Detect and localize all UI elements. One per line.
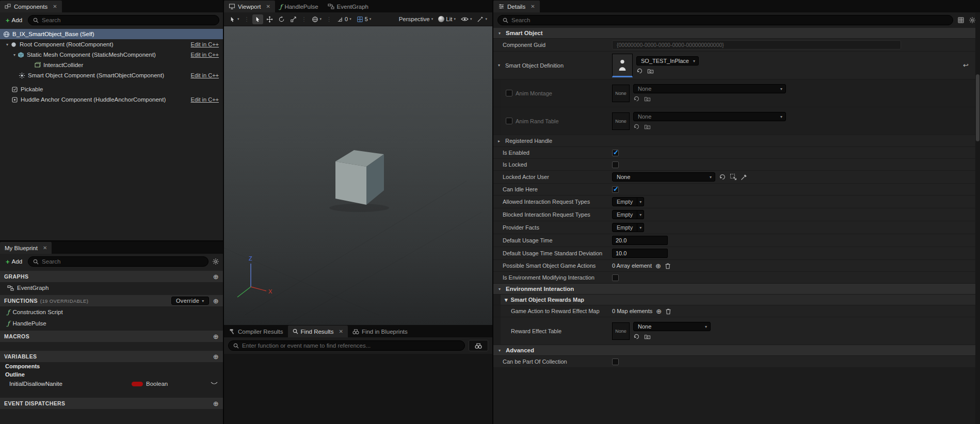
chevron-down-icon[interactable]: ▾ [4, 42, 10, 47]
provider-facts-dropdown[interactable]: Empty ▾ [612, 223, 644, 232]
component-row-root[interactable]: ▾ Root Component (RootComponent) Edit in… [0, 39, 223, 50]
coordinate-system-dropdown[interactable]: ▾ [310, 14, 324, 24]
viewport-effects-dropdown[interactable]: ▾ [475, 14, 489, 24]
scrollbar-thumb[interactable] [976, 74, 979, 141]
my-blueprint-search-input[interactable] [42, 258, 203, 265]
reward-effect-table-dropdown[interactable]: None ▾ [633, 322, 711, 331]
gear-icon[interactable] [212, 258, 219, 265]
add-graph-button[interactable]: ⊕ [213, 273, 219, 281]
smart-object-definition-dropdown[interactable]: SO_TEST_InPlace ▾ [636, 56, 699, 66]
tab-my-blueprint[interactable]: My Blueprint ✕ [0, 242, 52, 254]
edit-in-cpp-link[interactable]: Edit in C++ [191, 72, 219, 78]
default-usage-time-sd-input[interactable] [612, 249, 668, 258]
add-blueprint-item-button[interactable]: + Add [4, 257, 24, 266]
show-flags-dropdown[interactable]: ▾ [459, 15, 474, 23]
component-row-self[interactable]: B_IX_SmartObject_Base (Self) [0, 29, 223, 39]
tab-find-results[interactable]: Find Results ✕ [288, 325, 348, 337]
close-icon[interactable]: ✕ [266, 4, 270, 9]
perspective-dropdown[interactable]: Perspective ▾ [397, 14, 436, 24]
property-matrix-icon[interactable] [957, 17, 965, 24]
component-row-staticmesh[interactable]: ▾ Static Mesh Component (StaticMeshCompo… [0, 50, 223, 60]
browse-to-asset-icon[interactable] [644, 333, 651, 340]
tab-handlepulse[interactable]: ƒ HandlePulse [275, 1, 323, 12]
rotate-tool-button[interactable] [276, 14, 287, 24]
asset-thumbnail[interactable] [612, 54, 633, 77]
move-tool-button[interactable] [264, 14, 275, 24]
close-icon[interactable]: ✕ [43, 245, 47, 251]
tab-eventgraph[interactable]: EventGraph [323, 1, 373, 12]
browse-to-asset-icon[interactable] [647, 68, 654, 74]
use-selected-asset-icon[interactable] [636, 68, 643, 74]
chevron-right-icon[interactable]: ▸ [496, 139, 502, 143]
add-component-button[interactable]: + Add [4, 16, 24, 25]
components-search-input[interactable] [42, 17, 214, 23]
override-dropdown[interactable]: Override ▾ [171, 297, 209, 305]
clear-array-icon[interactable] [665, 263, 671, 269]
can-idle-here-checkbox[interactable] [612, 186, 619, 193]
anim-montage-override-checkbox[interactable] [506, 90, 512, 96]
rotation-snap-dropdown[interactable]: 0 ▾ [334, 14, 354, 24]
edit-in-cpp-link[interactable]: Edit in C++ [191, 41, 219, 47]
locked-actor-user-dropdown[interactable]: None ▾ [612, 172, 715, 182]
tab-details[interactable]: Details ✕ [493, 1, 540, 12]
eye-closed-icon[interactable] [211, 382, 218, 386]
is-enabled-checkbox[interactable] [612, 150, 619, 156]
close-icon[interactable]: ✕ [531, 4, 535, 9]
event-dispatchers-header[interactable]: EVENT DISPATCHERS ⊕ [0, 398, 223, 409]
display-settings-icon[interactable] [969, 17, 976, 24]
handlepulse-item[interactable]: ƒ HandlePulse [0, 318, 223, 329]
functions-header[interactable]: FUNCTIONS (19 OVERRIDABLE) Override ▾ ⊕ [0, 295, 223, 306]
component-row-pickable[interactable]: Pickable [0, 84, 223, 94]
browse-to-asset-icon[interactable] [644, 123, 651, 130]
browse-to-asset-icon[interactable] [644, 95, 651, 102]
use-selected-asset-icon[interactable] [633, 95, 640, 102]
row-registered-handle[interactable]: ▸ Registered Handle [493, 135, 980, 147]
viewport-canvas[interactable]: Z X [224, 26, 492, 325]
component-row-huddleanchor[interactable]: Huddle Anchor Component (HuddleAnchorCom… [0, 94, 223, 105]
details-search[interactable] [497, 15, 953, 25]
close-icon[interactable]: ✕ [339, 329, 343, 334]
add-variable-button[interactable]: ⊕ [213, 353, 219, 361]
my-blueprint-search[interactable] [28, 256, 208, 267]
lit-mode-dropdown[interactable]: Lit ▾ [436, 14, 458, 24]
chevron-down-icon[interactable]: ▾ [496, 63, 502, 68]
tab-compiler-results[interactable]: Compiler Results [224, 325, 288, 337]
component-row-interactcollider[interactable]: InteractCollider [0, 60, 223, 70]
select-tool-button[interactable] [252, 14, 263, 24]
anim-rand-table-dropdown[interactable]: None ▾ [633, 112, 786, 121]
can-be-part-of-collection-checkbox[interactable] [612, 358, 619, 365]
scale-tool-button[interactable] [288, 14, 299, 24]
asset-thumbnail-none[interactable]: None [612, 85, 630, 102]
allowed-request-types-dropdown[interactable]: Empty ▾ [612, 197, 644, 206]
variable-group-outline[interactable]: Outline [0, 370, 223, 379]
reset-to-default-icon[interactable]: ↩ [963, 61, 969, 69]
variables-header[interactable]: VARIABLES ⊕ [0, 351, 223, 362]
add-array-element-icon[interactable]: ⊕ [655, 262, 661, 270]
add-function-button[interactable]: ⊕ [213, 297, 219, 305]
is-locked-checkbox[interactable] [612, 161, 619, 168]
category-smart-object[interactable]: ▾ Smart Object [493, 28, 980, 39]
anim-rand-table-override-checkbox[interactable] [506, 118, 512, 124]
select-actor-icon[interactable] [730, 173, 737, 181]
add-macro-button[interactable]: ⊕ [213, 333, 219, 340]
details-search-input[interactable] [511, 17, 948, 23]
anim-montage-dropdown[interactable]: None ▾ [633, 84, 786, 93]
add-dispatcher-button[interactable]: ⊕ [213, 400, 219, 407]
subcategory-smart-object-rewards-map[interactable]: ▾ Smart Object Rewards Map [493, 295, 980, 305]
default-usage-time-input[interactable] [612, 236, 668, 245]
edit-in-cpp-link[interactable]: Edit in C++ [191, 52, 219, 58]
tab-components[interactable]: Components ✕ [0, 1, 62, 12]
category-environment-interaction[interactable]: ▾ Environment Interaction [493, 284, 980, 295]
construction-script-item[interactable]: ƒ Construction Script [0, 306, 223, 318]
is-environment-modifying-checkbox[interactable] [612, 274, 619, 281]
details-scrollbar[interactable] [975, 12, 980, 424]
find-in-blueprints-button[interactable] [469, 340, 488, 351]
graphs-header[interactable]: GRAPHS ⊕ [0, 271, 223, 282]
macros-header[interactable]: MACROS ⊕ [0, 331, 223, 342]
edit-in-cpp-link[interactable]: Edit in C++ [191, 96, 219, 103]
use-selected-asset-icon[interactable] [633, 123, 640, 130]
tab-viewport[interactable]: Viewport ✕ [224, 1, 275, 12]
use-selected-asset-icon[interactable] [633, 333, 640, 340]
blocked-request-types-dropdown[interactable]: Empty ▾ [612, 210, 644, 219]
component-row-smartobject[interactable]: Smart Object Component (SmartObjectCompo… [0, 70, 223, 80]
